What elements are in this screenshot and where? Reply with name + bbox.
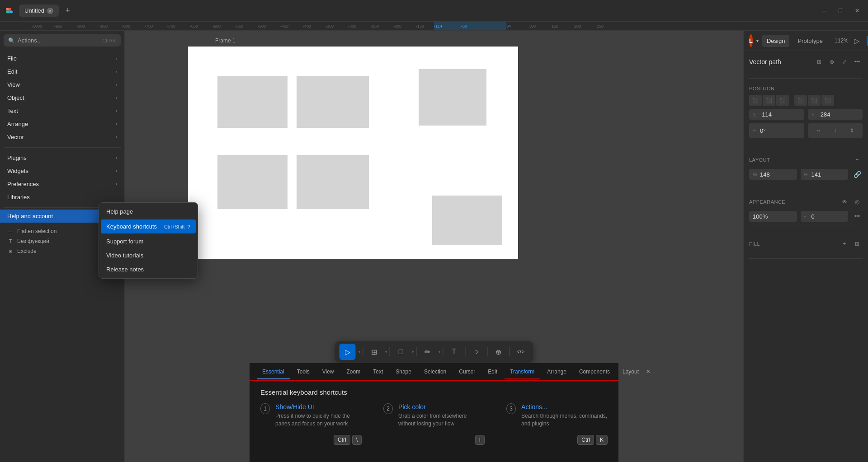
menu-item-arrange[interactable]: Arrange › [0, 117, 124, 131]
corner-field[interactable]: ⌐ 0 [801, 211, 849, 222]
close-button[interactable]: × [851, 5, 863, 17]
frame-tool[interactable]: ⊞ [366, 344, 382, 360]
title-bar-right: – □ × [818, 5, 863, 17]
user-avatar[interactable]: L [749, 34, 753, 47]
tab-zoom[interactable]: Zoom [341, 365, 366, 379]
opacity-icon[interactable]: ◎ [852, 196, 863, 207]
component-tool[interactable]: ⊛ [491, 344, 507, 360]
menu-item-preferences[interactable]: Preferences › [0, 177, 124, 191]
new-tab-button[interactable]: + [62, 5, 73, 16]
link-wh-btn[interactable]: 🔗 [852, 169, 863, 180]
grid-icon-btn[interactable]: ⊞ [814, 56, 825, 67]
tab-tools[interactable]: Tools [292, 365, 315, 379]
maximize-button[interactable]: □ [835, 5, 847, 17]
align-right[interactable]: ⬛ [776, 95, 789, 106]
add-fill-btn[interactable]: + [839, 238, 850, 249]
align-bottom[interactable]: ⬛ [821, 95, 834, 106]
right-panel: L ▾ Design Prototype 112% ▷ Share Vector… [743, 31, 868, 462]
search-bar[interactable]: 🔍 Actions... Ctrl+K [4, 34, 121, 47]
rect-tool[interactable]: □ [393, 344, 409, 360]
pen-tool[interactable]: ✏ [420, 344, 436, 360]
grid-fill-btn[interactable]: ⊞ [852, 238, 863, 249]
key-ctrl-3: Ctrl [577, 435, 594, 445]
pen-caret: ▾ [439, 350, 440, 354]
position-section: Position ⬛ ⬛ ⬛ ⬛ ⬛ ⬛ X -114 [749, 86, 863, 147]
shortcut-link-3[interactable]: Actions... [521, 403, 608, 411]
tab-text[interactable]: Text [368, 365, 388, 379]
menu-item-vector[interactable]: Vector › [0, 131, 124, 144]
active-tab[interactable]: Untitled × [19, 5, 59, 17]
menu-item-plugins[interactable]: Plugins › [0, 151, 124, 164]
canvas-rect-2 [297, 76, 369, 128]
shortcuts-title: Essential keyboard shortcuts [260, 388, 608, 396]
resize-icon-btn[interactable]: ⤢ [839, 56, 850, 67]
canvas-frame[interactable] [188, 47, 518, 259]
minimize-button[interactable]: – [818, 5, 831, 17]
menu-item-widgets[interactable]: Widgets › [0, 164, 124, 177]
tab-transform[interactable]: Transform [505, 365, 540, 379]
tab-design[interactable]: Design [762, 35, 789, 47]
submenu-release-notes[interactable]: Release notes [99, 262, 198, 276]
tab-arrange[interactable]: Arrange [542, 365, 572, 379]
chevron-down-icon[interactable]: ▾ [756, 38, 759, 43]
tab-view[interactable]: View [317, 365, 340, 379]
opacity-row: 100% ⌐ 0 ••• [749, 211, 863, 222]
arrow-icon: › [116, 182, 117, 187]
submenu-videos[interactable]: Video tutorials [99, 248, 198, 262]
arrow-icon: › [116, 95, 117, 100]
align-center-h[interactable]: ⬛ [763, 95, 775, 106]
canvas-rect-1 [217, 76, 288, 128]
item-icons: ⊞ ⊛ ⤢ ••• [814, 56, 863, 67]
menu-item-edit[interactable]: Edit › [0, 65, 124, 78]
eye-icon[interactable]: 👁 [839, 196, 850, 207]
align-center-v[interactable]: ⬛ [808, 95, 821, 106]
menu-item-file[interactable]: File › [0, 52, 124, 65]
title-bar-left: Untitled × + [5, 5, 73, 17]
appearance-section: Appearance 👁 ◎ 100% ⌐ 0 ••• [749, 196, 863, 231]
key-ctrl-1: Ctrl [334, 435, 350, 445]
tab-shape[interactable]: Shape [390, 365, 417, 379]
flip-v-icon[interactable]: ↕ [830, 125, 840, 136]
tab-close-btn[interactable]: × [47, 8, 53, 14]
x-field[interactable]: X -114 [749, 109, 804, 120]
code-tool[interactable]: </> [513, 344, 529, 360]
shortcut-label: Ctrl+Shift+? [164, 224, 190, 229]
component-icon-btn[interactable]: ⊛ [826, 56, 837, 67]
shortcuts-close-button[interactable]: × [646, 366, 650, 377]
tab-selection[interactable]: Selection [419, 365, 452, 379]
menu-item-object[interactable]: Object › [0, 91, 124, 104]
submenu-keyboard-shortcuts[interactable]: Keyboard shortcuts Ctrl+Shift+? [101, 219, 196, 233]
submenu-support[interactable]: Support forum [99, 234, 198, 248]
add-layout-btn[interactable]: + [852, 154, 863, 165]
tab-cursor[interactable]: Cursor [453, 365, 481, 379]
select-tool[interactable]: ▷ [340, 344, 356, 360]
opacity-field[interactable]: 100% [749, 211, 797, 222]
tab-layout[interactable]: Layout [617, 365, 644, 379]
flip-extra-icon[interactable]: ⇕ [846, 125, 857, 136]
menu-item-text[interactable]: Text › [0, 104, 124, 117]
submenu-help-page[interactable]: Help page [99, 205, 198, 219]
tab-prototype[interactable]: Prototype [793, 35, 827, 47]
shortcut-link-1[interactable]: Show/Hide UI [275, 403, 362, 411]
tab-edit[interactable]: Edit [482, 365, 503, 379]
canvas-area[interactable]: Frame 1 ▷ ▾ ⊞ ▾ □ ▾ [125, 31, 743, 462]
height-field[interactable]: H 141 [801, 169, 849, 180]
more-appearance-btn[interactable]: ••• [852, 211, 863, 222]
text-tool[interactable]: T [446, 344, 462, 360]
flip-h-icon[interactable]: ↔ [813, 125, 824, 136]
arrow-icon: › [116, 121, 117, 126]
width-field[interactable]: W 148 [749, 169, 797, 180]
menu-item-view[interactable]: View › [0, 78, 124, 91]
tab-components[interactable]: Components [574, 365, 615, 379]
ellipse-tool[interactable]: ○ [468, 344, 485, 360]
y-field[interactable]: Y -284 [808, 109, 863, 120]
play-button[interactable]: ▷ [854, 37, 859, 45]
menu-item-libraries[interactable]: Libraries [0, 191, 124, 204]
more-icon-btn[interactable]: ••• [852, 56, 863, 67]
align-left[interactable]: ⬛ [749, 95, 762, 106]
rotation-field[interactable]: ↩ 0° [749, 123, 804, 138]
align-top[interactable]: ⬛ [794, 95, 807, 106]
shortcut-link-2[interactable]: Pick color [398, 403, 485, 411]
tab-essential[interactable]: Essential [257, 365, 290, 379]
shortcut-num-3: 3 [506, 403, 516, 414]
